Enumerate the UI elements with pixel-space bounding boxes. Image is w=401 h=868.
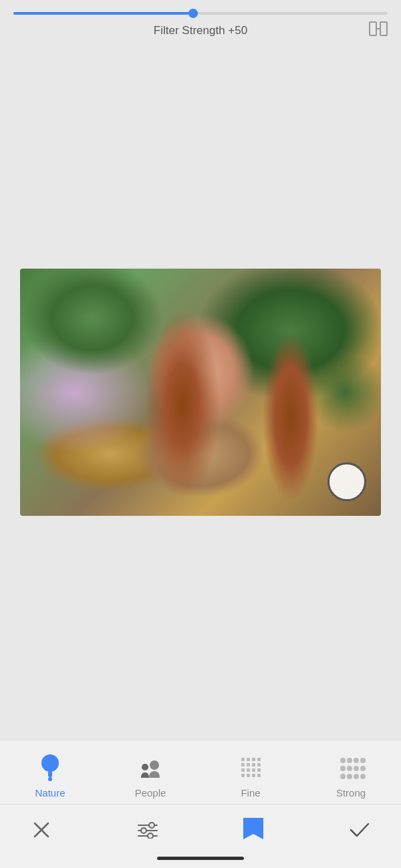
svg-rect-19 [257,768,261,772]
svg-rect-22 [252,774,255,777]
svg-point-29 [347,766,352,771]
compare-icon[interactable] [369,21,388,40]
home-bar [157,857,244,860]
svg-point-33 [347,774,352,779]
nature-label: Nature [35,787,65,799]
portrait-image [20,269,381,516]
svg-rect-21 [247,774,250,777]
filter-tab-nature[interactable]: Nature [23,751,77,799]
svg-point-34 [354,774,359,779]
svg-point-30 [354,766,359,771]
svg-point-5 [48,777,52,781]
slider-fill [13,12,193,15]
svg-point-39 [149,823,154,828]
slider-thumb[interactable] [188,9,198,18]
svg-point-28 [340,766,346,771]
confirm-button[interactable] [345,815,374,845]
svg-rect-4 [48,771,52,777]
drag-handle[interactable] [327,462,366,501]
svg-rect-15 [257,763,261,766]
adjustments-button[interactable] [133,815,162,845]
cancel-button[interactable] [27,815,56,845]
filter-tab-fine[interactable]: Fine [224,751,277,799]
bottom-toolbar [0,804,401,851]
people-icon [134,751,166,783]
svg-point-27 [360,758,366,763]
filter-strength-label: Filter Strength +50 [13,24,388,37]
svg-rect-1 [380,22,387,35]
svg-point-24 [340,758,346,763]
portrait-image-container [20,269,381,516]
fine-icon [235,751,267,783]
filter-tab-people[interactable]: People [124,751,177,799]
svg-rect-17 [247,768,250,772]
svg-point-41 [141,828,146,833]
people-label: People [135,787,166,799]
filter-preset-button[interactable] [239,815,268,845]
svg-point-6 [142,764,148,770]
svg-rect-18 [252,768,255,772]
svg-point-3 [41,754,59,772]
strong-icon [335,751,367,783]
svg-rect-14 [252,763,255,766]
strong-label: Strong [336,787,366,799]
svg-rect-10 [252,758,255,761]
svg-rect-0 [370,22,376,35]
svg-rect-9 [247,758,250,761]
svg-point-7 [150,760,159,770]
nature-icon [34,751,66,783]
filter-tab-strong[interactable]: Strong [324,751,378,799]
svg-point-25 [347,758,352,763]
svg-point-32 [340,774,346,779]
image-area [0,44,401,740]
svg-point-35 [360,774,366,779]
svg-rect-11 [257,758,261,761]
home-indicator [0,851,401,868]
svg-rect-16 [241,768,245,772]
fine-label: Fine [241,787,260,799]
svg-rect-13 [247,763,250,766]
svg-point-43 [148,833,153,839]
filter-tabs: Nature People [0,740,401,804]
svg-point-31 [360,766,366,771]
svg-rect-23 [257,774,261,777]
slider-area: Filter Strength +50 [0,0,401,44]
svg-rect-20 [241,774,245,777]
svg-rect-8 [241,758,245,761]
filter-strength-slider[interactable] [13,12,388,15]
svg-point-26 [354,758,359,763]
svg-rect-12 [241,763,245,766]
